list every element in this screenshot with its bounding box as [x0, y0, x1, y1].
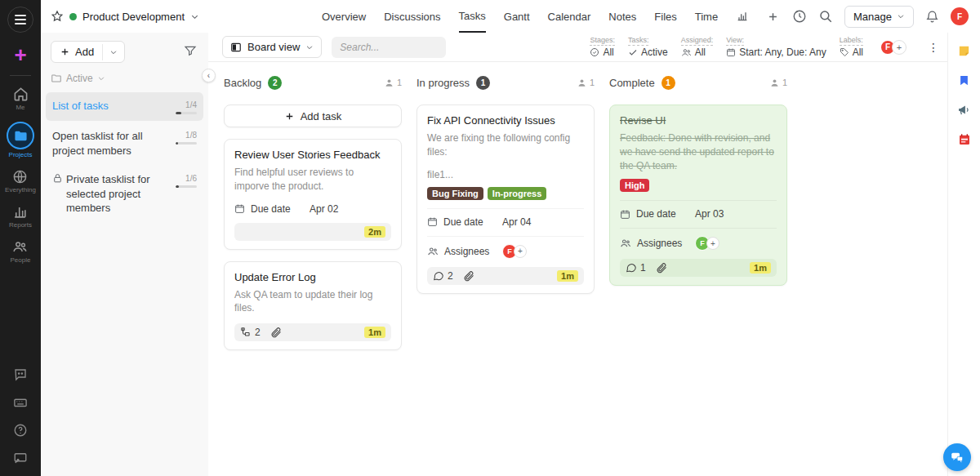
project-title[interactable]: Product Development [82, 11, 185, 23]
kanban-board: Backlog 2 1 Add task Review User Stories… [208, 62, 947, 476]
label-in-progress[interactable]: In-progress [488, 187, 547, 200]
task-footer: 2 1m [427, 267, 584, 285]
subtasks-count[interactable]: 2 [240, 327, 261, 338]
due-date-value[interactable]: Apr 04 [502, 216, 531, 228]
calendar-icon [620, 209, 630, 220]
tab-overview[interactable]: Overview [322, 0, 366, 33]
project-chevron-down-icon[interactable] [190, 12, 199, 21]
sidebar-collapse-button[interactable]: ‹ [202, 69, 216, 82]
tasklist-name: Private tasklist for selected project me… [66, 172, 158, 216]
user-avatar[interactable]: F [951, 7, 969, 25]
column-in-progress: In progress 1 1 Fix API Connectivity Iss… [416, 73, 595, 476]
keyboard-icon[interactable] [13, 395, 28, 412]
filter-label: Assigned: [681, 36, 714, 46]
support-chat-button[interactable] [943, 443, 971, 471]
due-date-value[interactable]: Apr 03 [695, 208, 724, 220]
tab-time[interactable]: Time [695, 0, 718, 33]
attachment-filename[interactable]: file1... [427, 169, 584, 180]
add-task-button[interactable]: Add task [224, 105, 402, 127]
tasklist-name: Open tasklist for all project members [52, 129, 158, 158]
bookmark-icon[interactable] [958, 74, 970, 87]
add-assignee-filter-button[interactable]: + [892, 40, 906, 55]
filter-stages[interactable]: Stages: All [590, 36, 615, 58]
task-card-update-error-log[interactable]: Update Error Log Ask QA team to update t… [224, 261, 402, 351]
check-icon [628, 47, 638, 57]
task-labels: High [620, 179, 777, 192]
megaphone-icon[interactable] [957, 103, 971, 117]
add-task-label: Add task [301, 110, 342, 122]
rail-item-projects[interactable]: Projects [7, 122, 34, 158]
timer-icon[interactable] [792, 9, 807, 24]
favorite-star-icon[interactable] [51, 10, 64, 23]
filter-view[interactable]: View: Start: Any, Due: Any [726, 36, 826, 58]
comments-count[interactable]: 1 [626, 262, 646, 274]
task-card-review-user-stories[interactable]: Review User Stories Feedback Find helpfu… [224, 139, 402, 250]
help-icon[interactable] [13, 423, 28, 440]
tab-files[interactable]: Files [654, 0, 676, 33]
label-bug-fixing[interactable]: Bug Fixing [427, 187, 483, 200]
manage-button[interactable]: Manage [844, 6, 914, 28]
attachment-indicator[interactable] [656, 262, 667, 274]
rail-item-reports[interactable]: Reports [9, 204, 32, 229]
due-date-value[interactable]: Apr 02 [310, 203, 338, 215]
column-members[interactable]: 1 [384, 78, 402, 88]
attachment-indicator[interactable] [270, 327, 282, 338]
comments-count[interactable]: 2 [433, 270, 453, 282]
filter-labels[interactable]: Labels: All [840, 36, 863, 58]
time-tracked-badge: 1m [557, 270, 578, 282]
tab-gantt[interactable]: Gantt [504, 0, 530, 33]
view-switcher-button[interactable]: Board view [222, 36, 322, 58]
check-circle-icon [590, 47, 599, 57]
add-dropdown-chevron-icon[interactable] [102, 44, 124, 60]
tasklist-item-open-tasklist[interactable]: Open tasklist for all project members 1/… [46, 122, 203, 164]
quick-add-icon[interactable]: + [14, 44, 26, 65]
tab-discussions[interactable]: Discussions [384, 0, 440, 33]
add-button[interactable]: Add [51, 42, 102, 62]
tab-notes[interactable]: Notes [608, 0, 636, 33]
label-high-priority[interactable]: High [620, 179, 649, 192]
rail-item-everything[interactable]: Everything [5, 169, 36, 194]
tab-tasks[interactable]: Tasks [459, 0, 486, 33]
add-assignee-button[interactable]: + [706, 237, 719, 250]
filter-tasks[interactable]: Tasks: Active [628, 36, 668, 58]
hamburger-menu-icon[interactable] [7, 7, 33, 33]
active-folder-toggle[interactable]: Active [41, 69, 208, 91]
sticky-note-icon[interactable] [957, 44, 971, 58]
add-assignee-button[interactable]: + [514, 245, 527, 258]
task-description: Find helpful user reviews to imporve the… [234, 166, 391, 194]
task-footer: 2m [234, 223, 391, 241]
column-members[interactable]: 1 [577, 78, 595, 88]
insights-chart-icon[interactable] [736, 10, 749, 23]
comments-count-value: 1 [640, 262, 646, 274]
tab-calendar[interactable]: Calendar [548, 0, 591, 33]
tasklist-item-private-tasklist[interactable]: Private tasklist for selected project me… [46, 166, 203, 222]
due-date-row: Due date Apr 02 [234, 203, 391, 215]
task-search-input[interactable] [332, 37, 446, 58]
globe-icon [12, 169, 28, 185]
tasklist-item-list-of-tasks[interactable]: List of tasks 1/4 [46, 92, 203, 121]
manage-label: Manage [853, 11, 892, 23]
task-card-fix-api[interactable]: Fix API Connectivity Issues We are fixin… [416, 105, 595, 294]
filter-assigned[interactable]: Assigned: All [681, 36, 714, 58]
people-icon [12, 239, 28, 255]
rail-item-me[interactable]: Me [13, 87, 29, 111]
task-title: Review User Stories Feedback [234, 149, 391, 161]
screen-share-icon[interactable] [13, 451, 28, 468]
filter-label: Labels: [840, 36, 863, 46]
column-members[interactable]: 1 [769, 78, 787, 88]
add-tab-icon[interactable] [767, 11, 779, 23]
filter-funnel-icon[interactable] [184, 44, 197, 60]
due-date-row: Due date Apr 04 [427, 208, 584, 228]
add-button-label: Add [75, 46, 94, 58]
attachment-indicator[interactable] [463, 270, 474, 282]
filter-group: Stages: All Tasks: Active Assigned: All … [590, 36, 939, 58]
home-icon [13, 87, 29, 102]
search-icon[interactable] [818, 9, 833, 24]
task-card-revise-ui[interactable]: Revise UI Feedback: Done with revision, … [609, 105, 787, 286]
feedback-icon[interactable] [13, 367, 28, 385]
rail-item-people[interactable]: People [11, 239, 31, 264]
more-options-kebab-icon[interactable]: ⋮ [928, 42, 939, 53]
notifications-bell-icon[interactable] [925, 10, 939, 24]
daily-calendar-icon[interactable] [958, 133, 971, 146]
member-count: 1 [397, 78, 402, 87]
